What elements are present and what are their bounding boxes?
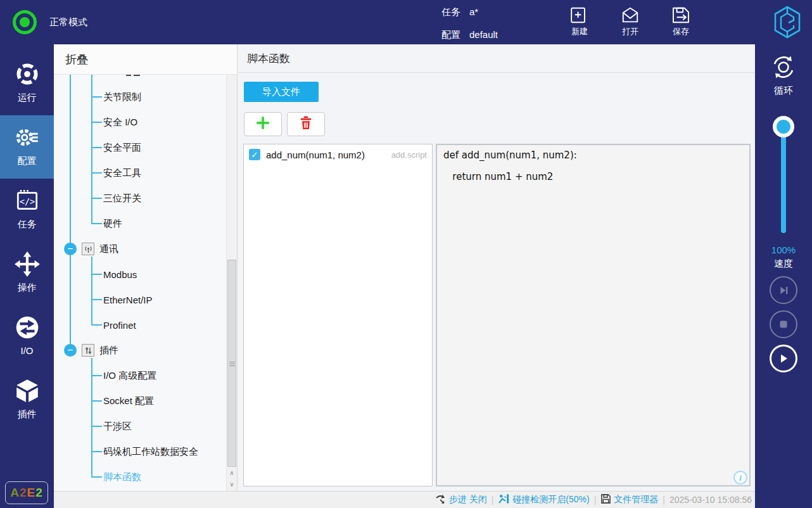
tree-item-label: Profinet [103, 320, 136, 331]
tree-item-safety-plane[interactable]: 安全平面 [54, 135, 224, 160]
tree-item-palletizer-data-safety[interactable]: 码垛机工作站数据安全 [54, 439, 224, 464]
collision-detection-label: 碰撞检测开启(50%) [512, 494, 589, 505]
tree-item-ethernet-ip[interactable]: EtherNet/IP [54, 287, 224, 312]
tree-node-communication[interactable]: − 通讯 [54, 236, 224, 262]
tree-connector [91, 223, 102, 224]
config-label: 配置 [441, 29, 460, 41]
tree-item-joint-limits[interactable]: 关节限制 [54, 84, 224, 110]
tree-node-plugin[interactable]: − 插件 [54, 338, 224, 363]
stop-button[interactable] [770, 310, 797, 338]
loop-mode-button[interactable]: 循环 [755, 53, 812, 97]
save-file-button[interactable]: 保存 [663, 6, 699, 37]
sidebar-item-label: 操作 [18, 282, 37, 294]
tree-item-safety-io[interactable]: 安全 I/O [54, 110, 224, 135]
speed-slider-handle[interactable] [773, 116, 794, 137]
tree-connector [91, 451, 102, 452]
script-list-item[interactable]: ✓ add_num(num1, num2) add.script [244, 144, 432, 165]
divider: | [492, 495, 494, 505]
script-toolbar [244, 112, 325, 136]
script-function-panel: 脚本函数 导入文件 ✓ [238, 44, 755, 491]
task-config-summary: 任务 a* 配置 default [441, 6, 498, 41]
play-button[interactable] [770, 345, 797, 372]
sidebar-item-run[interactable]: 运行 [0, 52, 54, 115]
open-file-icon [620, 6, 640, 25]
tree-item-interference-zone[interactable]: 干涉区 [54, 414, 224, 439]
script-filename: add.script [391, 150, 427, 160]
tree-item-three-position-switch[interactable]: 三位开关 [54, 186, 224, 211]
sidebar-item-io[interactable]: I/O [0, 305, 54, 369]
tree-connector [91, 274, 102, 275]
task-value: a* [469, 6, 478, 18]
tree-item-label: 码垛机工作站数据安全 [103, 446, 198, 458]
brand-logo-icon [773, 5, 802, 42]
tree-item-label: 通讯 [99, 243, 118, 255]
config-tree-panel: 折叠 关节限制 安全 I/O 安全平面 安全工具 [54, 44, 238, 491]
tree-item-socket-config[interactable]: Socket 配置 [54, 388, 224, 414]
step-forward-button[interactable] [770, 276, 797, 304]
badge-char: 2 [20, 486, 27, 500]
robot-mode-indicator[interactable]: 正常模式 [13, 10, 87, 34]
tree-item-profinet[interactable]: Profinet [54, 312, 224, 338]
tree-item-label: EtherNet/IP [103, 295, 153, 305]
tree-item-label: 安全平面 [103, 142, 141, 154]
scroll-down-button[interactable]: ∨ [227, 479, 237, 490]
status-bar: 步进 关闭 | 碰撞检测开启(50%) | [54, 491, 755, 508]
antenna-icon [82, 243, 94, 255]
script-code-viewer: def add_num(num1, num2): return num1 + n… [436, 144, 751, 486]
disk-icon [600, 493, 611, 506]
delete-script-button[interactable] [287, 112, 325, 136]
script-code-text: def add_num(num1, num2): return num1 + n… [437, 145, 749, 187]
sidebar-item-config[interactable]: 配置 [0, 115, 54, 179]
tree-item-hardware[interactable]: 硬件 [54, 211, 224, 236]
scroll-up-button[interactable]: ∧ [227, 467, 237, 479]
info-icon[interactable]: i [733, 471, 747, 485]
code-window-icon: </> [14, 187, 41, 217]
collapse-all-button[interactable]: 折叠 [54, 44, 237, 75]
tree-item-partial [126, 75, 131, 76]
tree-item-io-advanced-config[interactable]: I/O 高级配置 [54, 363, 224, 388]
file-manager-button[interactable]: 文件管理器 [600, 493, 658, 506]
collision-detection-status[interactable]: 碰撞检测开启(50%) [498, 493, 589, 506]
tree-item-label: Socket 配置 [103, 395, 154, 407]
tree-connector [91, 147, 102, 148]
badge-char: E [27, 486, 36, 500]
badge-char: 2 [35, 486, 43, 500]
tree-item-label: 三位开关 [103, 193, 141, 205]
collapse-toggle-icon[interactable]: − [64, 243, 77, 255]
run-icon [14, 61, 41, 90]
step-mode-label: 步进 关闭 [449, 494, 487, 505]
tree-item-modbus[interactable]: Modbus [54, 262, 224, 287]
config-tree: 关节限制 安全 I/O 安全平面 安全工具 三位开关 硬件 [54, 75, 237, 491]
new-file-button[interactable]: 新建 [561, 6, 598, 37]
add-script-button[interactable] [244, 112, 282, 136]
left-sidebar: 运行 配置 </> 任务 [0, 44, 54, 508]
plus-icon [255, 115, 271, 134]
config-value: default [469, 29, 498, 41]
tree-item-label: I/O 高级配置 [103, 370, 156, 382]
speed-slider-track[interactable] [781, 127, 786, 233]
scrollbar-thumb[interactable] [227, 260, 236, 467]
task-label: 任务 [441, 6, 460, 18]
sidebar-item-operate[interactable]: 操作 [0, 242, 54, 305]
divider: | [594, 495, 597, 505]
import-file-button[interactable]: 导入文件 [244, 82, 319, 102]
tree-item-safety-tool[interactable]: 安全工具 [54, 160, 224, 186]
tree-scrollbar[interactable]: ∧ ∨ [226, 75, 237, 491]
loop-label: 循环 [774, 85, 793, 97]
sidebar-item-label: 配置 [18, 155, 37, 167]
sidebar-item-plugin[interactable]: 插件 [0, 369, 54, 432]
tree-connector [91, 122, 102, 123]
tree-item-script-function[interactable]: 脚本函数 [54, 464, 224, 490]
open-file-button[interactable]: 打开 [612, 6, 649, 37]
collapse-toggle-icon[interactable]: − [64, 344, 77, 357]
sidebar-item-task[interactable]: </> 任务 [0, 179, 54, 242]
step-mode-status[interactable]: 步进 关闭 [435, 494, 487, 506]
mode-label: 正常模式 [49, 16, 87, 29]
open-file-label: 打开 [622, 26, 638, 37]
sidebar-item-label: 运行 [18, 92, 37, 104]
save-file-icon [671, 6, 691, 25]
sliders-icon [82, 344, 94, 357]
cube-icon [14, 378, 41, 407]
script-checkbox[interactable]: ✓ [249, 149, 260, 160]
tree-connector [91, 299, 102, 300]
